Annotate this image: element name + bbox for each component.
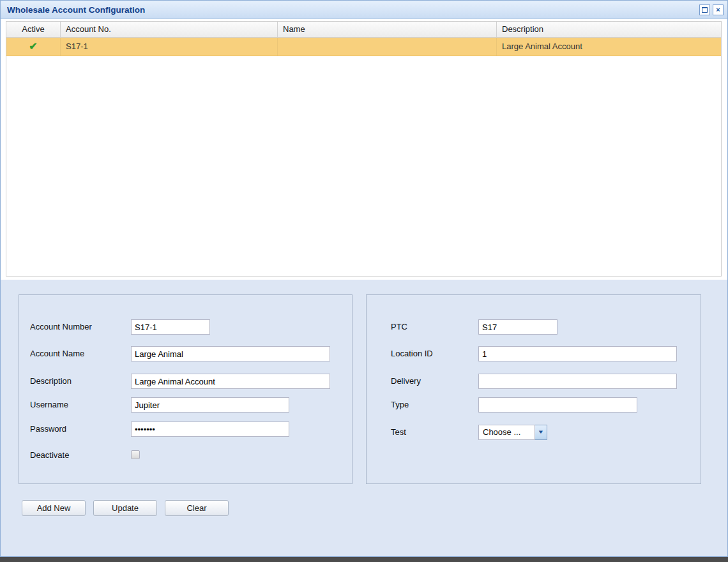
column-header-name[interactable]: Name bbox=[278, 22, 497, 37]
test-combobox[interactable]: Choose ... ▼ bbox=[478, 425, 547, 440]
minimize-icon bbox=[702, 7, 708, 13]
account-details-box: Account Number Account Name Description … bbox=[19, 294, 353, 484]
account-number-label: Account Number bbox=[30, 319, 92, 335]
detail-panel: Account Number Account Name Description … bbox=[1, 280, 727, 556]
account-name-field[interactable] bbox=[131, 346, 330, 361]
grid-header: Active Account No. Name Description bbox=[6, 22, 721, 38]
connection-details-box: PTC Location ID Delivery Type Test bbox=[366, 294, 701, 484]
description-label: Description bbox=[30, 374, 72, 389]
password-label: Password bbox=[30, 422, 66, 437]
cell-name bbox=[278, 38, 497, 56]
location-id-label: Location ID bbox=[391, 346, 433, 361]
screen: Wholesale Account Configuration × Active… bbox=[0, 0, 728, 562]
account-row-selected[interactable]: ✔ S17-1 Large Animal Account bbox=[6, 38, 721, 56]
ptc-field[interactable] bbox=[478, 319, 557, 335]
deactivate-checkbox[interactable] bbox=[131, 450, 140, 459]
location-id-field[interactable] bbox=[478, 346, 677, 361]
type-field[interactable] bbox=[478, 397, 637, 413]
username-label: Username bbox=[30, 397, 68, 413]
test-combobox-trigger[interactable]: ▼ bbox=[535, 425, 547, 440]
delivery-field[interactable] bbox=[478, 374, 677, 389]
close-button[interactable]: × bbox=[713, 4, 724, 15]
delivery-label: Delivery bbox=[391, 374, 421, 389]
clear-button[interactable]: Clear bbox=[165, 500, 229, 516]
cell-active: ✔ bbox=[6, 38, 61, 56]
test-label: Test bbox=[391, 425, 406, 440]
window-titlebar[interactable]: Wholesale Account Configuration × bbox=[1, 1, 727, 19]
column-header-description[interactable]: Description bbox=[497, 22, 721, 37]
cell-account-no: S17-1 bbox=[61, 38, 278, 56]
close-icon: × bbox=[716, 6, 720, 13]
column-header-account-no[interactable]: Account No. bbox=[61, 22, 278, 37]
column-header-active[interactable]: Active bbox=[6, 22, 61, 37]
account-name-label: Account Name bbox=[30, 346, 84, 361]
deactivate-label: Deactivate bbox=[30, 448, 69, 463]
chevron-down-icon: ▼ bbox=[538, 430, 545, 435]
description-field[interactable] bbox=[131, 374, 330, 389]
window-title: Wholesale Account Configuration bbox=[7, 5, 697, 15]
username-field[interactable] bbox=[131, 397, 289, 413]
active-check-icon: ✔ bbox=[29, 41, 37, 52]
password-field[interactable] bbox=[131, 422, 289, 437]
action-button-bar: Add New Update Clear bbox=[22, 500, 229, 516]
update-button[interactable]: Update bbox=[93, 500, 157, 516]
accounts-grid: Active Account No. Name Description ✔ S1… bbox=[6, 21, 722, 277]
type-label: Type bbox=[391, 397, 409, 413]
test-combobox-value[interactable]: Choose ... bbox=[478, 425, 535, 440]
add-new-button[interactable]: Add New bbox=[22, 500, 86, 516]
minimize-button[interactable] bbox=[699, 4, 710, 15]
account-number-field[interactable] bbox=[131, 319, 210, 335]
ptc-label: PTC bbox=[391, 319, 407, 335]
cell-description: Large Animal Account bbox=[497, 38, 721, 56]
wholesale-account-configuration-window: Wholesale Account Configuration × Active… bbox=[0, 0, 728, 557]
